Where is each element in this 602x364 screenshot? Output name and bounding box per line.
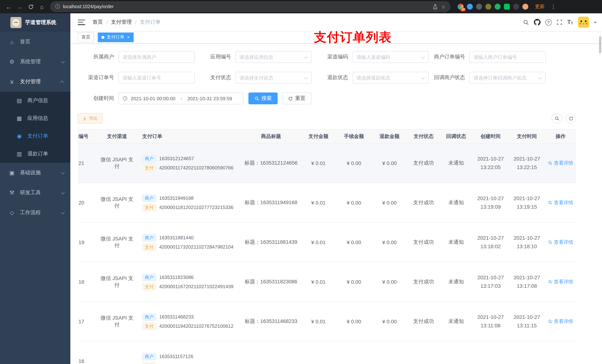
breadcrumb-home[interactable]: 首页 <box>93 19 103 26</box>
table-row[interactable]: 20 微信 JSAPI 支付 商户1635311949168 支付4200001… <box>78 183 576 223</box>
pay-amount: ¥ 0.01 <box>301 239 336 245</box>
date-range-end: 2021-10-31 23:59:59 <box>187 96 232 101</box>
table-row[interactable]: 16 商户1635311157126 支付 <box>78 342 576 364</box>
view-detail-link[interactable]: 查看详情 <box>548 160 573 166</box>
view-detail-link[interactable]: 查看详情 <box>548 318 573 325</box>
breadcrumb-section[interactable]: 支付管理 <box>111 19 132 26</box>
table-row[interactable]: 18 微信 JSAPI 支付 商户1635311823086 支付4200001… <box>78 262 576 302</box>
sidebar-toggle-icon[interactable] <box>78 20 85 25</box>
avatar[interactable] <box>578 17 589 28</box>
channel-order-no-input-wrap[interactable] <box>118 72 195 83</box>
pay-status-select-input[interactable] <box>239 75 308 81</box>
view-detail-link[interactable]: 查看详情 <box>548 239 573 246</box>
fullscreen-icon[interactable] <box>557 19 562 25</box>
export-button[interactable]: 导出 <box>78 113 103 124</box>
sidebar-item-merchant-info[interactable]: ▤ 商户信息 <box>0 92 70 110</box>
notify-status-select-input[interactable] <box>473 75 542 81</box>
order-id: 16 <box>78 358 96 364</box>
refund-amount: ¥ 0.00 <box>372 200 407 206</box>
close-icon[interactable]: × <box>127 35 130 40</box>
extension-icon[interactable] <box>513 4 519 10</box>
notify-status-select[interactable] <box>469 72 546 83</box>
extension-icon[interactable] <box>485 4 491 10</box>
channel-code-select-input[interactable] <box>356 54 425 60</box>
extension-icon[interactable] <box>476 4 482 10</box>
search-icon[interactable] <box>523 19 529 25</box>
tab-home[interactable]: 首页 <box>78 32 94 42</box>
reload-icon[interactable] <box>26 2 35 11</box>
sidebar-item-label: 基础设施 <box>20 169 41 176</box>
sidebar-item-app-info[interactable]: ▦ 应用信息 <box>0 110 70 127</box>
table-row[interactable]: 21 微信 JSAPI 支付 商户1635312124657 支付4200001… <box>78 144 576 183</box>
scrollbar[interactable] <box>599 36 601 53</box>
address-bar[interactable]: ⓘ localhost:1024/pay/order ☆ <box>50 1 450 12</box>
app-no-select[interactable] <box>236 51 312 63</box>
monitor-icon: ▣ <box>7 169 16 176</box>
merchant-order-no-input-wrap[interactable] <box>469 51 546 63</box>
sidebar-item-home[interactable]: ⌂ 首页 <box>0 32 70 52</box>
pay-status-select[interactable] <box>236 72 312 83</box>
sidebar-item-devtools[interactable]: ⚒ 研发工具 <box>0 183 70 203</box>
table-row[interactable]: 19 微信 JSAPI 支付 商户1635311881440 支付4200001… <box>78 223 576 262</box>
order-id: 17 <box>78 319 96 324</box>
channel-order-no-input[interactable] <box>123 75 191 81</box>
search-toggle-button[interactable] <box>552 113 562 124</box>
sidebar-item-system[interactable]: ⚙ 系统管理 <box>0 52 70 72</box>
browser-update-button[interactable]: 更新 <box>535 3 545 10</box>
table-row[interactable]: 17 微信 JSAPI 支付 商户1635311468233 支付4200001… <box>78 302 576 342</box>
merchant-select[interactable] <box>118 51 195 63</box>
channel-code-select[interactable] <box>353 51 429 63</box>
font-size-icon[interactable]: TT <box>567 19 573 25</box>
app-no-select-input[interactable] <box>239 54 308 60</box>
forward-icon[interactable]: → <box>15 2 24 11</box>
app-title: 芋道管理系统 <box>25 19 56 26</box>
breadcrumb: 首页 / 支付管理 / 支付订单 <box>93 19 161 26</box>
flow-icon: ◇ <box>7 209 16 216</box>
back-icon[interactable]: ← <box>4 2 13 11</box>
share-icon[interactable] <box>433 4 438 10</box>
channel-pay-no: 4200001181202110277723215336 <box>159 205 233 210</box>
extension-icon[interactable] <box>467 4 473 10</box>
extension-icon[interactable]: 10 <box>458 4 463 10</box>
help-icon[interactable]: ? <box>545 19 552 25</box>
refresh-button[interactable] <box>566 113 576 124</box>
github-icon[interactable] <box>534 19 540 26</box>
search-button[interactable]: 搜索 <box>248 93 278 104</box>
extension-icon[interactable] <box>522 4 528 10</box>
merchant-select-input[interactable] <box>123 54 191 60</box>
merchant-order-no-input[interactable] <box>473 54 542 60</box>
view-detail-link[interactable]: 查看详情 <box>548 279 573 285</box>
goods-title: 标题：1635311823086 <box>241 279 301 285</box>
sidebar-item-payment[interactable]: ¥ 支付管理 <box>0 72 70 92</box>
browser-menu-icon[interactable]: ⋮ <box>549 3 558 10</box>
url-text: localhost:1024/pay/order <box>63 4 114 9</box>
view-detail-link[interactable]: 查看详情 <box>548 199 573 206</box>
create-time-range-picker[interactable]: 2021-10-01 00:00:00 - 2021-10-31 23:59:5… <box>118 93 243 104</box>
column-header: 退款金额 <box>372 133 407 140</box>
fee-amount: ¥ 0.00 <box>336 200 372 206</box>
extension-icon[interactable] <box>495 4 501 10</box>
refund-status-select-input[interactable] <box>356 75 425 81</box>
extension-icon[interactable] <box>504 4 510 10</box>
sidebar-item-refund-order[interactable]: ▥ 退款订单 <box>0 145 70 163</box>
browser-home-icon[interactable]: ⌂ <box>37 2 47 11</box>
chevron-down-icon[interactable] <box>594 22 597 25</box>
bookmark-star-icon[interactable]: ☆ <box>441 4 445 10</box>
sidebar-item-pay-order[interactable]: ◉ 支付订单 <box>0 127 70 145</box>
pay-time: 2021-10-2713:19:15 <box>509 194 545 211</box>
pay-order-cell: 商户1635311881440 支付4200001173202110272847… <box>138 232 241 252</box>
record-icon: ◉ <box>15 133 24 139</box>
notify-status: 未通知 <box>440 279 473 285</box>
goods-title: 标题：1635312124656 <box>241 160 301 166</box>
pay-status: 支付成功 <box>407 160 440 166</box>
refund-status-select[interactable] <box>353 72 429 83</box>
tab-pay-order[interactable]: 支付订单 × <box>98 32 133 42</box>
sidebar-item-workflow[interactable]: ◇ 工作流程 <box>0 203 70 223</box>
app-logo: 芋道管理系统 <box>0 13 70 32</box>
yen-icon: ¥ <box>7 79 16 85</box>
sidebar-item-infrastructure[interactable]: ▣ 基础设施 <box>0 163 70 183</box>
order-id: 20 <box>78 200 96 206</box>
site-info-icon[interactable]: ⓘ <box>55 3 60 10</box>
reset-button[interactable]: 重置 <box>282 93 311 104</box>
pay-order-cell: 商户1635311823086 支付4200001167202110271022… <box>138 272 241 292</box>
